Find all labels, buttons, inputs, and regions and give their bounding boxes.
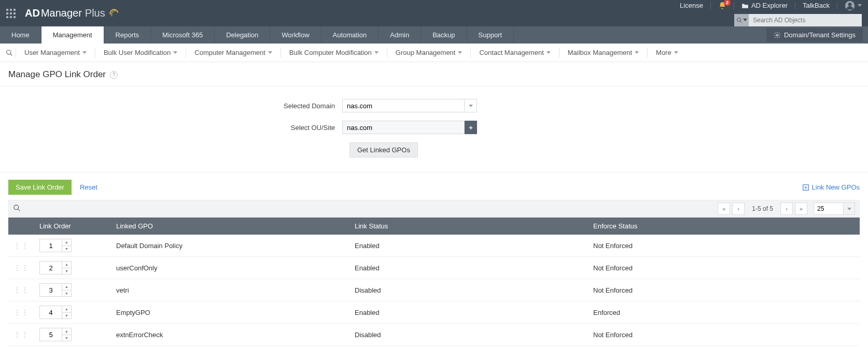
spin-down[interactable]: ▼ bbox=[62, 246, 71, 252]
pager-prev[interactable]: ‹ bbox=[732, 203, 745, 215]
drag-handle-icon[interactable]: ⋮⋮ bbox=[13, 286, 29, 294]
tab-home[interactable]: Home bbox=[0, 26, 41, 44]
cell-enforce-status: Not Enforced bbox=[588, 279, 860, 301]
page-size-input[interactable] bbox=[814, 203, 844, 215]
talkback-link[interactable]: TalkBack bbox=[803, 2, 830, 9]
notifications-button[interactable]: 2 bbox=[718, 2, 726, 10]
row-domain: Selected Domain bbox=[0, 99, 868, 112]
tab-automation[interactable]: Automation bbox=[321, 26, 379, 44]
ou-input[interactable] bbox=[342, 121, 465, 134]
pager-first[interactable]: « bbox=[718, 203, 730, 215]
domain-select[interactable] bbox=[342, 99, 477, 112]
drag-handle-icon[interactable]: ⋮⋮ bbox=[13, 330, 29, 339]
subnav-user-mgmt[interactable]: User Management bbox=[16, 44, 95, 62]
spin-up[interactable]: ▲ bbox=[62, 262, 71, 268]
page-title-row: Manage GPO Link Order ? bbox=[0, 62, 868, 86]
chevron-down-icon bbox=[374, 51, 379, 54]
divider bbox=[837, 2, 837, 9]
table-search-icon[interactable] bbox=[13, 204, 21, 213]
help-icon[interactable]: ? bbox=[110, 71, 118, 79]
domain-dropdown-toggle[interactable] bbox=[465, 99, 477, 112]
table-row: ⋮⋮▲▼extnErrorCheckDisabledNot Enforced bbox=[8, 324, 860, 346]
subnav-more[interactable]: More bbox=[648, 44, 687, 62]
svg-point-2 bbox=[737, 18, 740, 21]
spin-down[interactable]: ▼ bbox=[62, 335, 71, 341]
chevron-down-icon bbox=[635, 51, 639, 54]
link-order-stepper[interactable]: ▲▼ bbox=[39, 239, 73, 252]
subnav-contact-mgmt[interactable]: Contact Management bbox=[471, 44, 558, 62]
domain-label: Selected Domain bbox=[0, 102, 342, 110]
domain-settings-button[interactable]: Domain/Tenant Settings bbox=[761, 26, 868, 44]
col-link-status: Link Status bbox=[349, 218, 588, 235]
chevron-down-icon bbox=[469, 105, 473, 107]
ou-add-button[interactable]: + bbox=[465, 121, 477, 134]
subnav-mailbox-mgmt[interactable]: Mailbox Management bbox=[559, 44, 647, 62]
subnav-bulk-user[interactable]: Bulk User Modification bbox=[95, 44, 186, 62]
ad-explorer-link[interactable]: AD Explorer bbox=[741, 2, 788, 9]
spin-up[interactable]: ▲ bbox=[62, 328, 71, 335]
link-new-gpos[interactable]: Link New GPOs bbox=[802, 183, 860, 191]
spin-down[interactable]: ▼ bbox=[62, 291, 71, 297]
tab-workflow[interactable]: Workflow bbox=[270, 26, 321, 44]
drag-handle-icon[interactable]: ⋮⋮ bbox=[13, 264, 29, 272]
row-ou: Select OU/Site + bbox=[0, 121, 868, 134]
reset-link[interactable]: Reset bbox=[80, 183, 97, 191]
action-bar: Save Link Order Reset Link New GPOs bbox=[0, 172, 868, 200]
global-search bbox=[734, 14, 862, 26]
search-input[interactable] bbox=[749, 14, 862, 26]
link-gpo-icon bbox=[802, 184, 809, 191]
subnav-computer-mgmt[interactable]: Computer Management bbox=[186, 44, 281, 62]
tab-backup[interactable]: Backup bbox=[421, 26, 467, 44]
cell-link-status: Enabled bbox=[349, 235, 588, 257]
tab-admin[interactable]: Admin bbox=[379, 26, 421, 44]
domain-input[interactable] bbox=[342, 99, 465, 112]
link-order-stepper[interactable]: ▲▼ bbox=[39, 328, 73, 341]
cell-link-status: Disabled bbox=[349, 279, 588, 301]
tab-reports[interactable]: Reports bbox=[104, 26, 151, 44]
drag-handle-icon[interactable]: ⋮⋮ bbox=[13, 241, 29, 250]
spin-up[interactable]: ▲ bbox=[62, 239, 71, 246]
ou-label: Select OU/Site bbox=[0, 124, 342, 132]
logo-ad: AD bbox=[25, 7, 40, 19]
subnav-group-mgmt[interactable]: Group Management bbox=[387, 44, 471, 62]
subnav-search-icon[interactable] bbox=[3, 49, 16, 56]
pager-last[interactable]: » bbox=[795, 203, 807, 215]
user-menu[interactable] bbox=[845, 1, 862, 11]
link-order-input[interactable] bbox=[39, 328, 62, 341]
cell-link-status: Disabled bbox=[349, 324, 588, 346]
apps-grid-icon[interactable] bbox=[6, 9, 16, 18]
link-order-input[interactable] bbox=[39, 239, 62, 252]
link-order-input[interactable] bbox=[39, 306, 62, 319]
logo-plus: Plus bbox=[85, 7, 105, 19]
tab-management[interactable]: Management bbox=[41, 26, 104, 44]
pager-next[interactable]: › bbox=[780, 203, 793, 215]
table-row: ⋮⋮▲▼EmptyGPOEnabledEnforced bbox=[8, 301, 860, 324]
get-linked-gpos-button[interactable]: Get Linked GPOs bbox=[349, 142, 418, 157]
spin-down[interactable]: ▼ bbox=[62, 268, 71, 274]
page-size[interactable] bbox=[814, 203, 855, 215]
link-order-input[interactable] bbox=[39, 261, 62, 274]
page-size-toggle[interactable] bbox=[844, 203, 855, 215]
spin-down[interactable]: ▼ bbox=[62, 313, 71, 319]
tab-support[interactable]: Support bbox=[467, 26, 514, 44]
license-link[interactable]: License bbox=[680, 2, 703, 9]
drag-handle-icon[interactable]: ⋮⋮ bbox=[13, 308, 29, 316]
cell-gpo: Default Domain Policy bbox=[111, 235, 349, 257]
pager-text: 1-5 of 5 bbox=[747, 205, 778, 212]
chevron-down-icon bbox=[547, 51, 551, 54]
link-order-stepper[interactable]: ▲▼ bbox=[39, 283, 73, 297]
link-order-input[interactable] bbox=[39, 283, 62, 297]
spin-up[interactable]: ▲ bbox=[62, 306, 71, 313]
cell-enforce-status: Not Enforced bbox=[588, 324, 860, 346]
ou-select[interactable]: + bbox=[342, 121, 477, 134]
save-link-order-button[interactable]: Save Link Order bbox=[8, 180, 72, 195]
tab-m365[interactable]: Microsoft 365 bbox=[151, 26, 215, 44]
cell-enforce-status: Enforced bbox=[588, 301, 860, 324]
tab-delegation[interactable]: Delegation bbox=[215, 26, 270, 44]
spin-up[interactable]: ▲ bbox=[62, 284, 71, 291]
subnav-bulk-computer[interactable]: Bulk Computer Modification bbox=[281, 44, 387, 62]
cell-gpo: userConfOnly bbox=[111, 257, 349, 279]
search-button[interactable] bbox=[734, 14, 749, 26]
link-order-stepper[interactable]: ▲▼ bbox=[39, 261, 73, 274]
link-order-stepper[interactable]: ▲▼ bbox=[39, 306, 73, 319]
